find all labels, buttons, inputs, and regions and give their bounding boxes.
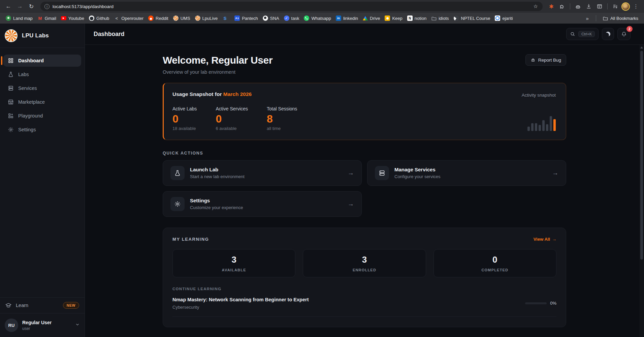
dashboard-content: Welcome, Regular User Overview of your l… (85, 45, 644, 337)
sidebar-item-labs[interactable]: Labs (3, 68, 81, 80)
bookmark-youtube[interactable]: Youtube (59, 15, 87, 22)
notion-favicon (407, 15, 413, 21)
course-row[interactable]: Nmap Mastery: Network Scanning from Begi… (172, 297, 556, 317)
bookmark-landmap[interactable]: Land map (3, 14, 35, 22)
report-bug-button[interactable]: Report Bug (525, 54, 566, 66)
bookmark-idiots-folder[interactable]: idiots (429, 14, 451, 22)
stat-active-services: Active Services 0 6 available (216, 106, 248, 131)
view-all-link[interactable]: View All→ (534, 237, 556, 242)
main-scrollbar[interactable] (639, 45, 644, 337)
stat-active-labs: Active Labs 0 18 available (172, 106, 197, 131)
server-icon (375, 166, 389, 180)
site-info-icon[interactable]: i (44, 4, 50, 9)
bookmark-keep[interactable]: Keep (382, 14, 405, 22)
bookmark-ums[interactable]: UMS (171, 14, 193, 22)
bookmark-sna[interactable]: SNA (260, 14, 282, 22)
toolbar-divider (570, 3, 570, 9)
quick-action-settings[interactable]: Settings Customize your experience → (163, 191, 362, 217)
graduation-cap-icon (5, 302, 11, 308)
app-header: Dashboard Ctrl+K 2 (85, 24, 644, 45)
bookmark-openrouter[interactable]: Openrouter (111, 14, 146, 22)
bookmark-nptel[interactable]: NPTEL Course (451, 14, 493, 22)
sidebar-item-dashboard[interactable]: Dashboard (3, 55, 81, 67)
flask-icon (170, 166, 185, 180)
lpu-labs-logo (5, 29, 18, 42)
address-bar[interactable]: i localhost:5173/app/dashboard ☆ (40, 2, 543, 11)
lpulive-favicon (195, 15, 200, 21)
my-learning-card: MY LEARNING View All→ 3 AVAILABLE 3 ENRO… (163, 228, 566, 327)
url-text[interactable]: localhost:5173/app/dashboard (53, 4, 114, 9)
browser-profile-avatar[interactable] (621, 2, 630, 11)
sidebar-item-settings[interactable]: Settings (3, 124, 81, 136)
user-name: Regular User (22, 320, 52, 325)
reload-button[interactable]: ↻ (26, 1, 36, 11)
back-button[interactable]: ← (3, 1, 13, 11)
forward-button[interactable]: → (15, 1, 25, 11)
usage-title: Usage Snapshot for March 2026 (172, 91, 297, 97)
learning-stat-completed: 0 COMPLETED (433, 249, 556, 277)
bookmark-s[interactable] (220, 14, 232, 22)
brand-name: LPU Labs (22, 32, 49, 39)
user-avatar: RU (5, 318, 18, 332)
sidebar: LPU Labs Dashboard Labs Services Marketp… (0, 24, 85, 337)
split-window-icon[interactable] (595, 2, 604, 11)
car-extension-icon[interactable] (573, 2, 583, 11)
extensions-puzzle-icon[interactable] (557, 2, 567, 11)
moon-icon (606, 32, 610, 36)
sidebar-item-services[interactable]: Services (3, 82, 81, 94)
notification-count-badge: 2 (626, 26, 633, 32)
bookmark-star-icon[interactable]: ☆ (531, 3, 541, 9)
bookmark-whatsapp[interactable]: Whatsapp (301, 14, 333, 22)
my-learning-heading: MY LEARNING (172, 237, 209, 242)
bookmark-task[interactable]: task (282, 14, 302, 22)
bookmark-reddit[interactable]: Reddit (146, 14, 171, 22)
notifications-button[interactable]: 2 (617, 28, 631, 40)
bookmark-pantech[interactable]: Pantech (232, 14, 260, 22)
new-badge: NEW (63, 302, 79, 309)
bookmarks-overflow-chevron[interactable]: » (583, 15, 591, 21)
gear-icon (170, 197, 185, 211)
scrollbar-up-arrow[interactable] (640, 46, 643, 48)
quick-action-launch-lab[interactable]: Launch Lab Start a new lab environment → (163, 160, 362, 186)
search-button[interactable]: Ctrl+K (566, 28, 599, 40)
media-playlist-icon[interactable] (611, 2, 620, 11)
bookmark-notion[interactable]: notion (405, 14, 429, 22)
welcome-heading: Welcome, Regular User (163, 54, 272, 66)
bookmark-github[interactable]: Github (87, 14, 111, 22)
bookmark-lpulive[interactable]: LpuLive (193, 14, 220, 22)
bookmark-gmail[interactable]: Gmail (35, 14, 59, 22)
bookmark-drive[interactable]: Drive (360, 15, 382, 22)
sidebar-item-learn[interactable]: Learn NEW (0, 297, 85, 313)
welcome-subheading: Overview of your lab environment (163, 69, 272, 75)
bookmark-linkedin[interactable]: linkedin (333, 14, 360, 22)
toolbar-divider (607, 3, 608, 9)
folder-icon (603, 15, 608, 21)
arrow-right-icon: → (552, 237, 556, 242)
bookmarks-bar: Land map Gmail Youtube Github Openrouter… (0, 13, 644, 24)
storefront-icon (8, 99, 14, 105)
theme-toggle-button[interactable] (602, 28, 614, 40)
task-favicon (284, 15, 289, 21)
bug-icon (530, 58, 536, 63)
page-title: Dashboard (94, 31, 124, 38)
bookmark-ejariti[interactable]: ejariti (492, 14, 515, 22)
drive-favicon (363, 16, 368, 21)
sidebar-item-marketplace[interactable]: Marketplace (3, 96, 81, 108)
server-icon (8, 85, 14, 91)
all-bookmarks-button[interactable]: All Bookmarks (601, 14, 641, 22)
quick-action-manage-services[interactable]: Manage Services Configure your services … (367, 160, 566, 186)
downloads-icon[interactable] (584, 2, 593, 11)
github-favicon (89, 15, 94, 21)
browser-menu-icon[interactable]: ⋮ (631, 2, 641, 11)
user-menu[interactable]: RU Regular User user (0, 313, 85, 337)
ums-favicon (173, 15, 179, 21)
sidebar-nav: Dashboard Labs Services Marketplace Play… (0, 48, 85, 142)
course-title: Nmap Mastery: Network Scanning from Begi… (172, 297, 309, 302)
scrollbar-thumb[interactable] (640, 51, 643, 260)
sidebar-item-playground[interactable]: Playground (3, 110, 81, 122)
grid-icon (8, 58, 14, 64)
user-role: user (22, 326, 52, 331)
quick-actions-heading: QUICK ACTIONS (163, 151, 566, 156)
extension-starburst-icon[interactable]: ✱ (547, 2, 556, 11)
folder-icon (431, 15, 437, 21)
